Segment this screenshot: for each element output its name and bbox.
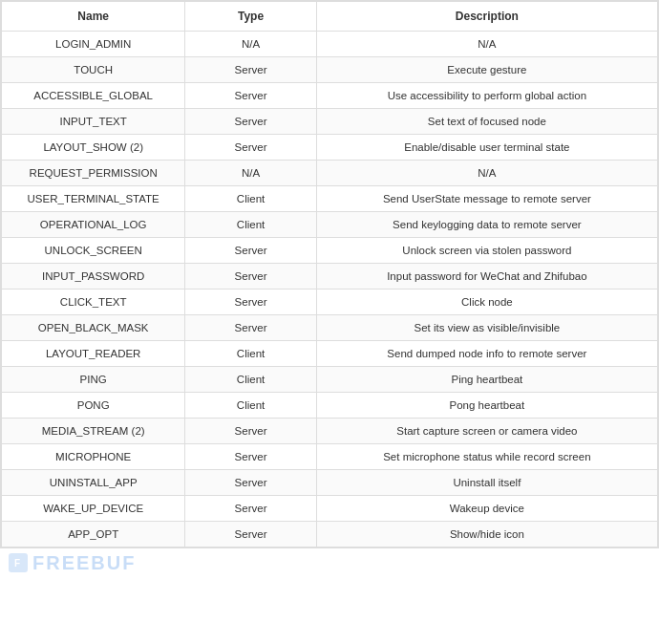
table-row: UNINSTALL_APPServerUninstall itself: [2, 470, 658, 496]
cell-description: Pong heartbeat: [316, 393, 657, 419]
cell-description: Set text of focused node: [316, 109, 657, 135]
table-row: MICROPHONEServerSet microphone status wh…: [2, 444, 658, 470]
table-row: ACCESSIBLE_GLOBALServerUse accessibility…: [2, 83, 658, 109]
cell-type: Server: [185, 419, 316, 444]
table-row: OPERATIONAL_LOGClientSend keylogging dat…: [2, 212, 658, 238]
table-container: Name Type Description LOGIN_ADMINN/AN/AT…: [0, 0, 659, 548]
cell-name: INPUT_PASSWORD: [2, 264, 185, 290]
cell-description: Show/hide icon: [316, 522, 657, 547]
data-table: Name Type Description LOGIN_ADMINN/AN/AT…: [1, 1, 658, 547]
cell-type: Client: [185, 367, 316, 393]
cell-name: CLICK_TEXT: [2, 290, 185, 315]
cell-description: Wakeup device: [316, 496, 657, 522]
table-row: PONGClientPong heartbeat: [2, 393, 658, 419]
cell-type: Server: [185, 496, 316, 522]
cell-type: Server: [185, 522, 316, 547]
cell-name: APP_OPT: [2, 522, 185, 547]
cell-name: TOUCH: [2, 57, 185, 83]
cell-description: Unlock screen via stolen password: [316, 238, 657, 264]
cell-name: OPERATIONAL_LOG: [2, 212, 185, 238]
cell-type: Server: [185, 83, 316, 109]
cell-type: Server: [185, 290, 316, 315]
table-row: UNLOCK_SCREENServerUnlock screen via sto…: [2, 238, 658, 264]
cell-description: Start capture screen or camera video: [316, 419, 657, 444]
watermark-text: FREEBUF: [32, 552, 136, 574]
cell-type: Client: [185, 186, 316, 212]
cell-name: OPEN_BLACK_MASK: [2, 315, 185, 341]
cell-type: Client: [185, 341, 316, 367]
cell-description: Send dumped node info to remote server: [316, 341, 657, 367]
cell-description: Click node: [316, 290, 657, 315]
cell-description: Input password for WeChat and Zhifubao: [316, 264, 657, 290]
cell-name: INPUT_TEXT: [2, 109, 185, 135]
cell-type: Server: [185, 264, 316, 290]
table-row: PINGClientPing heartbeat: [2, 367, 658, 393]
cell-description: Set microphone status while record scree…: [316, 444, 657, 470]
svg-text:F: F: [14, 558, 22, 569]
cell-name: ACCESSIBLE_GLOBAL: [2, 83, 185, 109]
cell-description: Use accessibility to perform global acti…: [316, 83, 657, 109]
cell-description: Enable/disable user terminal state: [316, 135, 657, 161]
cell-name: REQUEST_PERMISSION: [2, 161, 185, 186]
cell-type: Server: [185, 238, 316, 264]
cell-description: N/A: [316, 161, 657, 186]
header-type: Type: [185, 2, 316, 32]
table-row: LAYOUT_SHOW (2)ServerEnable/disable user…: [2, 135, 658, 161]
cell-name: MEDIA_STREAM (2): [2, 419, 185, 444]
cell-name: UNLOCK_SCREEN: [2, 238, 185, 264]
cell-type: Server: [185, 470, 316, 496]
cell-description: Set its view as visible/invisible: [316, 315, 657, 341]
table-row: MEDIA_STREAM (2)ServerStart capture scre…: [2, 419, 658, 444]
table-row: REQUEST_PERMISSIONN/AN/A: [2, 161, 658, 186]
cell-name: MICROPHONE: [2, 444, 185, 470]
cell-description: Ping heartbeat: [316, 367, 657, 393]
cell-description: Send UserState message to remote server: [316, 186, 657, 212]
cell-description: Execute gesture: [316, 57, 657, 83]
table-row: APP_OPTServerShow/hide icon: [2, 522, 658, 547]
cell-name: UNINSTALL_APP: [2, 470, 185, 496]
cell-name: USER_TERMINAL_STATE: [2, 186, 185, 212]
cell-name: LAYOUT_SHOW (2): [2, 135, 185, 161]
cell-type: Server: [185, 109, 316, 135]
header-name: Name: [2, 2, 185, 32]
table-row: LAYOUT_READERClientSend dumped node info…: [2, 341, 658, 367]
watermark: F FREEBUF: [0, 548, 659, 577]
table-row: LOGIN_ADMINN/AN/A: [2, 32, 658, 57]
cell-type: Server: [185, 444, 316, 470]
table-row: TOUCHServerExecute gesture: [2, 57, 658, 83]
cell-description: N/A: [316, 32, 657, 57]
cell-type: Server: [185, 135, 316, 161]
cell-type: Server: [185, 315, 316, 341]
watermark-icon: F: [8, 552, 29, 573]
header-description: Description: [316, 2, 657, 32]
cell-type: N/A: [185, 32, 316, 57]
cell-type: N/A: [185, 161, 316, 186]
cell-type: Server: [185, 57, 316, 83]
watermark-logo: F FREEBUF: [8, 552, 136, 574]
table-row: CLICK_TEXTServerClick node: [2, 290, 658, 315]
cell-name: PING: [2, 367, 185, 393]
cell-name: PONG: [2, 393, 185, 419]
table-row: OPEN_BLACK_MASKServerSet its view as vis…: [2, 315, 658, 341]
cell-name: LAYOUT_READER: [2, 341, 185, 367]
cell-name: WAKE_UP_DEVICE: [2, 496, 185, 522]
cell-name: LOGIN_ADMIN: [2, 32, 185, 57]
cell-description: Send keylogging data to remote server: [316, 212, 657, 238]
table-row: INPUT_PASSWORDServerInput password for W…: [2, 264, 658, 290]
cell-type: Client: [185, 393, 316, 419]
table-row: INPUT_TEXTServerSet text of focused node: [2, 109, 658, 135]
table-header-row: Name Type Description: [2, 2, 658, 32]
cell-type: Client: [185, 212, 316, 238]
table-row: USER_TERMINAL_STATEClientSend UserState …: [2, 186, 658, 212]
table-row: WAKE_UP_DEVICEServerWakeup device: [2, 496, 658, 522]
cell-description: Uninstall itself: [316, 470, 657, 496]
